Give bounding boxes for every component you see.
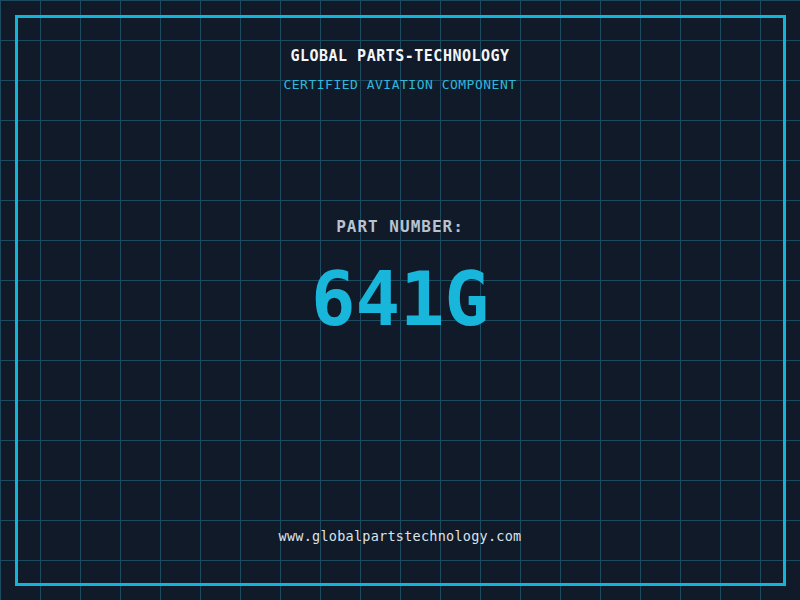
certificate-subtitle: CERTIFIED AVIATION COMPONENT [0,77,800,92]
certificate-screen: GLOBAL PARTS-TECHNOLOGY CERTIFIED AVIATI… [0,0,800,600]
part-number-label: PART NUMBER: [0,217,800,236]
company-title: GLOBAL PARTS-TECHNOLOGY [0,47,800,65]
part-number-value: 641G [0,256,800,343]
website-url: www.globalpartstechnology.com [0,528,800,544]
